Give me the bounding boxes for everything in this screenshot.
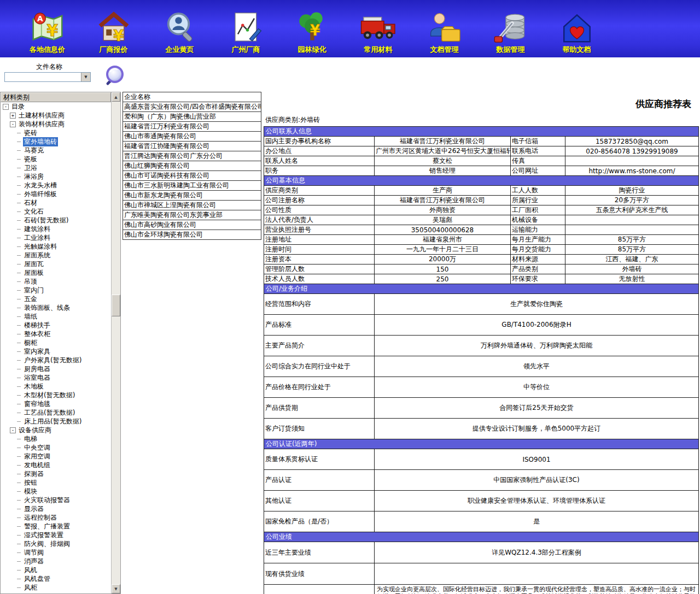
- tree-item[interactable]: 墙纸: [1, 312, 111, 321]
- tree-item[interactable]: 石材: [1, 198, 111, 207]
- toolbar-item-vendor-quotes[interactable]: ¥ 厂商报价: [80, 3, 147, 55]
- company-list-item[interactable]: 晋江腾达陶瓷有限公司广东分公司: [123, 151, 261, 161]
- tree-item[interactable]: 马赛克: [1, 146, 111, 155]
- tree-item[interactable]: 显示器: [1, 504, 111, 513]
- toolbar-item-help-docs[interactable]: 帮助文档: [544, 3, 610, 55]
- tree-item[interactable]: 室内门: [1, 286, 111, 295]
- company-list-item[interactable]: 佛山市金环球陶瓷有限公司: [123, 230, 261, 240]
- expand-icon[interactable]: +: [10, 113, 16, 119]
- combobox-value[interactable]: [5, 73, 81, 81]
- tree-item[interactable]: 光触媒涂料: [1, 242, 111, 251]
- company-list-item[interactable]: 广东唯美陶瓷有限公司东莞事业部: [123, 210, 261, 220]
- collapse-icon[interactable]: -: [10, 121, 16, 127]
- tree-item[interactable]: 远程控制器: [1, 513, 111, 522]
- table-row: 办公地点广州市天河区黄埔大道中262号恒安大厦恒福轩联系电话020-856407…: [264, 146, 699, 156]
- scrollbar-thumb[interactable]: [112, 295, 120, 316]
- tree-item[interactable]: 风机: [1, 566, 111, 574]
- tree-item[interactable]: 中央空调: [1, 443, 111, 452]
- company-list-item[interactable]: 佛山市蒂通陶瓷有限公司: [123, 132, 261, 142]
- tree-item[interactable]: 橱柜: [1, 338, 111, 347]
- tree-item[interactable]: 床上用品(暂无数据): [1, 417, 111, 426]
- toolbar-item-landscaping[interactable]: ¥ 园林绿化: [279, 3, 345, 55]
- tree-item-label: 模块: [23, 487, 38, 496]
- tree-item[interactable]: -装饰材料供应商: [1, 120, 111, 128]
- tree-item[interactable]: -目录: [1, 102, 111, 111]
- tree-item[interactable]: 木地板: [1, 382, 111, 391]
- tree-item[interactable]: 瓷砖: [1, 128, 111, 137]
- company-list-item[interactable]: 佛山市三水新明珠建陶工业有限公司: [123, 181, 261, 191]
- tree-item[interactable]: 防火阀、排烟阀: [1, 539, 111, 548]
- tree-item[interactable]: 火灾联动报警器: [1, 496, 111, 504]
- search-button[interactable]: [103, 64, 125, 87]
- tree-item[interactable]: 警报、广播装置: [1, 522, 111, 531]
- tree-item[interactable]: 淋浴房: [1, 172, 111, 181]
- tree-item[interactable]: 浴室电器: [1, 373, 111, 382]
- company-list-item[interactable]: 爱和陶（广东）陶瓷佛山营业部: [123, 112, 261, 122]
- tree-item[interactable]: +土建材料供应商: [1, 111, 111, 120]
- tree-item[interactable]: 建筑涂料: [1, 225, 111, 233]
- toolbar-item-common-materials[interactable]: 常用材料: [345, 3, 411, 55]
- tree-item[interactable]: 厨房电器: [1, 364, 111, 373]
- tree-item[interactable]: 发电机组: [1, 461, 111, 469]
- company-list-item[interactable]: 佛山红狮陶瓷有限公司: [123, 161, 261, 171]
- tree-item[interactable]: 室外墙地砖: [1, 137, 111, 146]
- toolbar-item-document-management[interactable]: 文档管理: [411, 3, 477, 55]
- company-list-item[interactable]: 高盛东普实业有限公司/四会市祥盛陶瓷有限公司: [123, 102, 261, 112]
- tree-item[interactable]: 模块: [1, 487, 111, 496]
- tree-item[interactable]: 吊顶: [1, 277, 111, 286]
- tree-item[interactable]: 户外家具(暂无数据): [1, 356, 111, 364]
- tree-scrollbar[interactable]: ▲ ▼: [111, 92, 120, 593]
- scroll-down-icon[interactable]: ▼: [112, 584, 120, 593]
- supplier-category-line: 供应商类别:外墙砖: [265, 115, 700, 125]
- scroll-up-icon[interactable]: ▲: [112, 92, 120, 102]
- tree-item[interactable]: 风柜: [1, 583, 111, 592]
- company-list-item[interactable]: 佛山市禅城区上湟陶瓷有限公司: [123, 201, 261, 210]
- tree-item-label: 整体衣柜: [23, 330, 51, 339]
- tree-item-label: 装饰材料供应商: [18, 120, 66, 129]
- tree-item[interactable]: 湿式报警装置: [1, 531, 111, 539]
- tree-item[interactable]: 卫浴: [1, 163, 111, 172]
- tree-item[interactable]: 屋面系统: [1, 251, 111, 260]
- company-list-item[interactable]: 福建省晋江协隆陶瓷有限公司: [123, 142, 261, 151]
- tree-item[interactable]: 消声器: [1, 557, 111, 566]
- field-label: 法人代表/负责人: [264, 215, 375, 225]
- tree-item[interactable]: 探测器: [1, 469, 111, 478]
- file-name-combobox[interactable]: ▼: [4, 72, 91, 82]
- toolbar-item-guangzhou-vendors[interactable]: 广州厂商: [213, 3, 279, 55]
- toolbar-item-data-management[interactable]: 数据管理: [477, 3, 544, 55]
- chevron-down-icon[interactable]: ▼: [81, 73, 90, 81]
- toolbar-label: 数据管理: [497, 45, 525, 55]
- leaf-icon: [17, 587, 21, 588]
- tree-item[interactable]: 工艺品(暂无数据): [1, 408, 111, 417]
- leaf-icon: [17, 316, 21, 317]
- tree-item[interactable]: 文化石: [1, 207, 111, 216]
- company-list-item[interactable]: 佛山市可诺陶瓷科技有限公司: [123, 171, 261, 181]
- tree-item[interactable]: 装饰面板、线条: [1, 303, 111, 312]
- company-list-item[interactable]: 佛山市新东龙陶瓷有限公司: [123, 191, 261, 201]
- tree-item[interactable]: 家用空调: [1, 452, 111, 461]
- tree-item[interactable]: 整体衣柜: [1, 330, 111, 338]
- tree-item[interactable]: 屋面板: [1, 268, 111, 277]
- tree-item[interactable]: 石砖(暂无数据): [1, 216, 111, 225]
- tree-item[interactable]: 瓷板: [1, 155, 111, 163]
- company-list-item[interactable]: 福建省晋江万利瓷业有限公司: [123, 122, 261, 132]
- collapse-icon[interactable]: -: [3, 104, 9, 110]
- tree-item[interactable]: 楼梯扶手: [1, 321, 111, 330]
- tree-item[interactable]: 室内家具: [1, 347, 111, 356]
- toolbar-item-local-prices[interactable]: A ¥ 各地信息价: [14, 3, 80, 55]
- tree-item[interactable]: 五金: [1, 295, 111, 303]
- tree-item[interactable]: 按钮: [1, 478, 111, 487]
- tree-item[interactable]: 调节阀: [1, 548, 111, 557]
- tree-item[interactable]: 水龙头水槽: [1, 181, 111, 190]
- tree-item[interactable]: 电梯: [1, 434, 111, 443]
- company-list-item[interactable]: 佛山市高砂陶业有限公司: [123, 220, 261, 230]
- tree-item[interactable]: 窗帘地毯: [1, 399, 111, 408]
- tree-item[interactable]: 风机盘管: [1, 574, 111, 583]
- collapse-icon[interactable]: -: [10, 427, 16, 433]
- tree-item[interactable]: -设备供应商: [1, 426, 111, 434]
- tree-item[interactable]: 屋面瓦: [1, 260, 111, 268]
- tree-item[interactable]: 工业涂料: [1, 233, 111, 242]
- tree-item[interactable]: 木型材(暂无数据): [1, 391, 111, 399]
- toolbar-item-yellow-pages[interactable]: 企业黄页: [147, 3, 213, 55]
- tree-item[interactable]: 外墙纤维板: [1, 190, 111, 198]
